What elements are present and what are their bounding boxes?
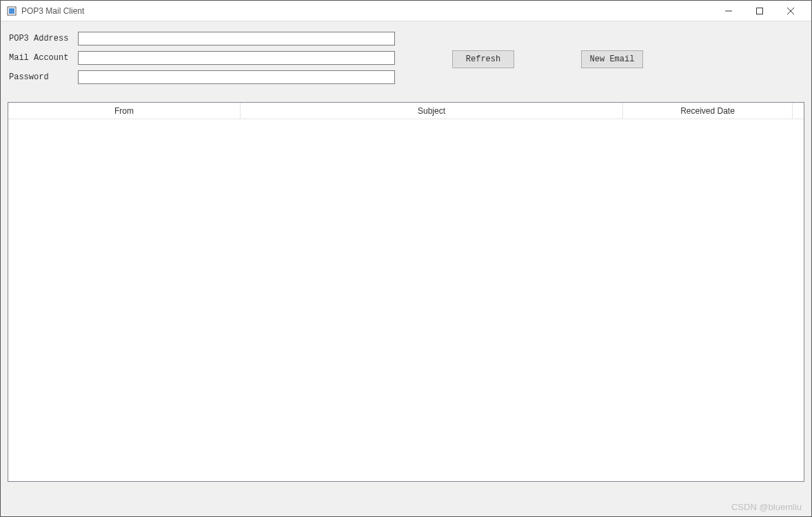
password-input[interactable]	[78, 70, 395, 84]
pop3-address-input[interactable]	[78, 32, 395, 45]
watermark: CSDN @bluemliu	[731, 502, 802, 512]
app-icon	[6, 6, 17, 17]
column-header-received-date[interactable]: Received Date	[623, 103, 793, 119]
column-header-from[interactable]: From	[8, 103, 241, 119]
password-label: Password	[9, 72, 78, 82]
minimize-button[interactable]	[713, 1, 744, 21]
window-controls	[713, 1, 806, 21]
pop3-address-label: POP3 Address	[9, 34, 78, 43]
list-body[interactable]	[8, 119, 804, 481]
svg-rect-3	[756, 8, 762, 14]
refresh-button[interactable]: Refresh	[452, 50, 514, 68]
column-header-spacer	[793, 103, 804, 119]
mail-account-label: Mail Account	[9, 53, 78, 63]
list-header: From Subject Received Date	[8, 103, 804, 119]
bottom-bar: CSDN @bluemliu	[1, 489, 811, 516]
titlebar: POP3 Mail Client	[1, 1, 811, 21]
email-list: From Subject Received Date	[8, 102, 804, 482]
new-email-button[interactable]: New Email	[581, 50, 643, 68]
svg-rect-1	[9, 8, 14, 14]
column-header-subject[interactable]: Subject	[241, 103, 623, 119]
form-area: POP3 Address Mail Account Password Refre…	[1, 21, 811, 102]
window-title: POP3 Mail Client	[21, 6, 713, 16]
maximize-button[interactable]	[744, 1, 775, 21]
mail-account-input[interactable]	[78, 51, 395, 65]
close-button[interactable]	[775, 1, 806, 21]
